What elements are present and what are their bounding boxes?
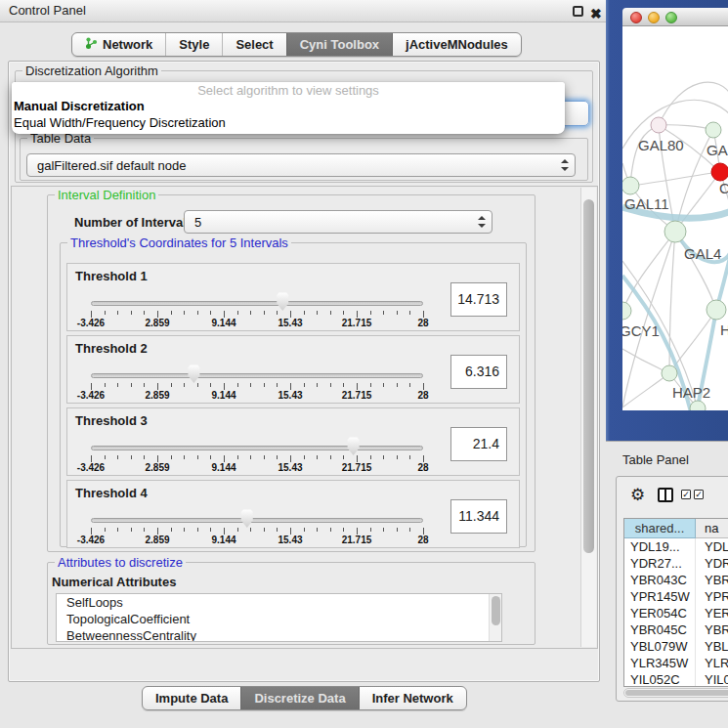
slider-tick (383, 383, 384, 387)
float-window-icon[interactable] (573, 6, 583, 17)
tab-impute-data[interactable]: Impute Data (143, 687, 240, 709)
slider-track[interactable] (91, 446, 423, 450)
checkbox-icon[interactable]: ✓ (694, 490, 704, 499)
zoom-traffic-light-icon[interactable] (665, 12, 677, 23)
threshold-value-field[interactable]: 11.344 (450, 499, 507, 534)
network-node-label: GCY1 (622, 322, 660, 339)
slider-tick (91, 383, 92, 390)
network-edge[interactable] (630, 125, 659, 186)
columns-icon[interactable] (658, 488, 673, 502)
slider-handle[interactable] (276, 292, 290, 311)
cell-shared-name[interactable]: YBR045C (624, 621, 696, 638)
column-header-shared-name[interactable]: shared... (624, 519, 696, 538)
cell-shared-name[interactable]: YPR145W (624, 588, 696, 605)
network-node[interactable] (707, 300, 726, 320)
cell-shared-name[interactable]: YBL079W (624, 638, 696, 655)
table-row[interactable]: YBR043CYBR0 (624, 572, 728, 588)
network-node[interactable] (662, 365, 677, 381)
network-node[interactable] (711, 163, 728, 181)
numerical-attributes-list[interactable]: SelfLoopsTopologicalCoefficientBetweenne… (56, 593, 502, 642)
checkbox-icon[interactable]: ✓ (681, 490, 691, 499)
cell-shared-name[interactable]: YLR345W (624, 655, 696, 671)
slider-tick (105, 528, 106, 532)
cell-name[interactable]: YLR3 (696, 655, 728, 671)
algorithm-option[interactable]: Equal Width/Frequency Discretization (14, 115, 226, 130)
algorithm-prompt-item[interactable]: Select algorithm to view settings (12, 83, 565, 98)
slider-track[interactable] (91, 518, 423, 523)
tab-infer-network[interactable]: Infer Network (359, 687, 466, 709)
settings-scrollbar[interactable] (580, 188, 596, 647)
threshold-value-field[interactable]: 21.4 (450, 427, 507, 461)
network-edge[interactable] (630, 172, 720, 186)
node-attribute-table[interactable]: shared...naYDL19...YDL1YDR27...YDR2YBR04… (623, 518, 728, 687)
close-icon[interactable]: ✖ (590, 3, 602, 24)
cell-shared-name[interactable]: YER054C (624, 605, 696, 621)
slider-tick (144, 311, 145, 315)
slider-tick (157, 528, 158, 535)
table-row[interactable]: YLR345WYLR3 (624, 655, 728, 671)
slider-tick (330, 311, 331, 315)
network-node[interactable] (706, 122, 721, 138)
minimize-traffic-light-icon[interactable] (648, 12, 660, 23)
table-row[interactable]: YBL079WYBL0 (624, 638, 728, 655)
table-row[interactable]: YDL19...YDL1 (624, 538, 728, 555)
network-canvas[interactable]: GAL80GACGAL11GAL4GCY1HHAP2 (622, 26, 728, 410)
table-row[interactable]: YIL052CYIL0 (624, 671, 728, 687)
cell-name[interactable]: YBL0 (696, 638, 728, 655)
slider-tick (370, 311, 371, 315)
slider-track[interactable] (91, 301, 423, 306)
table-data-select[interactable]: galFiltered.sif default node (26, 153, 576, 177)
column-header-name[interactable]: na (696, 519, 728, 538)
tab-cyni-toolbox[interactable]: Cyni Toolbox (286, 33, 392, 56)
tab-label: Impute Data (155, 691, 228, 706)
network-window-titlebar[interactable] (622, 8, 728, 26)
network-node[interactable] (651, 117, 666, 133)
tab-select[interactable]: Select (222, 33, 285, 56)
attributes-scrollbar-thumb[interactable] (492, 596, 500, 625)
spinner-arrows-icon (478, 216, 485, 228)
tab-network[interactable]: Network (72, 33, 165, 56)
table-hscrollbar-thumb[interactable] (625, 690, 728, 696)
cell-name[interactable]: YDL1 (696, 538, 728, 555)
tab-discretize-data[interactable]: Discretize Data (240, 687, 358, 709)
cell-shared-name[interactable]: YDL19... (624, 538, 696, 555)
slider-track[interactable] (91, 373, 423, 378)
network-node[interactable] (664, 221, 686, 242)
attributes-scrollbar[interactable] (489, 594, 501, 641)
cell-name[interactable]: YBR0 (696, 572, 728, 588)
slider-handle[interactable] (187, 364, 201, 383)
network-edge[interactable] (659, 82, 728, 125)
cell-name[interactable]: YBR0 (696, 621, 728, 638)
cell-name[interactable]: YPR1 (696, 588, 728, 605)
attribute-item[interactable]: SelfLoops (57, 594, 501, 611)
network-node[interactable] (622, 177, 639, 194)
tab-jactivemnodules[interactable]: jActiveMNodules (392, 33, 521, 56)
cell-name[interactable]: YER0 (696, 605, 728, 621)
gear-icon[interactable]: ⚙ (630, 485, 645, 505)
attribute-item[interactable]: BetweennessCentrality (57, 627, 501, 642)
close-traffic-light-icon[interactable] (630, 12, 642, 23)
cell-name[interactable]: YDR2 (696, 555, 728, 572)
table-row[interactable]: YDR27...YDR2 (624, 555, 728, 572)
table-row[interactable]: YER054CYER0 (624, 605, 728, 621)
table-panel-title: Table Panel (622, 452, 689, 467)
tab-style[interactable]: Style (165, 33, 222, 56)
attribute-item[interactable]: TopologicalCoefficient (57, 611, 501, 627)
threshold-value-field[interactable]: 14.713 (450, 282, 507, 317)
network-node[interactable] (622, 302, 631, 320)
table-row[interactable]: YPR145WYPR1 (624, 588, 728, 605)
settings-scrollbar-thumb[interactable] (583, 199, 594, 553)
threshold-panel: Threshold 1-3.4262.8599.14415.4321.71528… (66, 263, 520, 331)
slider-handle[interactable] (239, 509, 254, 528)
threshold-value-field[interactable]: 6.316 (450, 355, 507, 389)
slider-handle[interactable] (346, 437, 361, 455)
cell-name[interactable]: YIL0 (696, 671, 728, 687)
cell-shared-name[interactable]: YDR27... (624, 555, 696, 572)
cell-shared-name[interactable]: YBR043C (624, 572, 696, 588)
number-of-intervals-select[interactable]: 5 (184, 210, 492, 234)
cell-shared-name[interactable]: YIL052C (624, 671, 696, 687)
table-row[interactable]: YBR045CYBR0 (624, 621, 728, 638)
algorithm-option[interactable]: Manual Discretization (14, 99, 145, 113)
table-hscrollbar[interactable] (623, 688, 728, 698)
network-graph[interactable]: GAL80GACGAL11GAL4GCY1HHAP2 (622, 26, 728, 410)
